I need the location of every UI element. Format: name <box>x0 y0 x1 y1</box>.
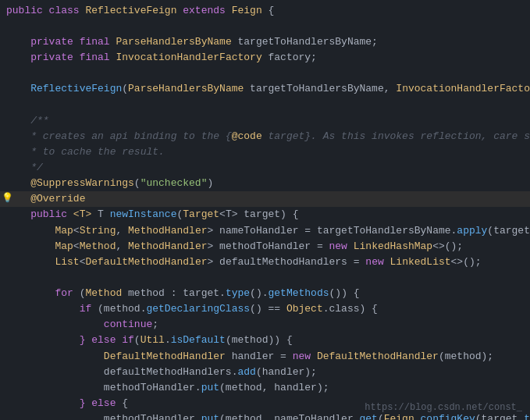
token: class <box>49 5 86 16</box>
token <box>6 334 80 346</box>
token: ( <box>122 83 128 94</box>
code-line: 💡 @Override <box>0 191 530 207</box>
token: @code <box>232 130 262 142</box>
token <box>6 115 30 126</box>
token <box>6 351 104 362</box>
code-line: if (method.getDeclaringClass() == Object… <box>0 301 530 317</box>
token <box>6 146 30 158</box>
code-editor: public class ReflectiveFeign extends Fei… <box>0 0 530 420</box>
token: isDefault <box>171 334 226 346</box>
token: (method. <box>98 303 146 315</box>
bulb-icon[interactable]: 💡 <box>2 191 13 206</box>
token: (method, handler); <box>219 382 329 393</box>
line-content: ReflectiveFeign(ParseHandlersByName targ… <box>6 81 530 97</box>
line-content: public <T> T newInstance(Target<T> targe… <box>6 207 299 222</box>
line-content: Map<String, MethodHandler> nameToHandler… <box>6 223 530 239</box>
token: targetToHandlersByName; <box>237 36 377 48</box>
token: (method, nameToHandler. <box>219 413 359 420</box>
token: < <box>73 225 80 237</box>
code-line <box>0 19 530 34</box>
token: factory; <box>269 52 317 63</box>
token: type <box>226 287 250 299</box>
token: put <box>201 413 219 420</box>
line-content: defaultMethodHandlers.add(handler); <box>6 365 317 380</box>
token: defaultMethodHandlers. <box>104 366 238 378</box>
token: /** <box>30 115 48 126</box>
line-content: } else if(Util.isDefault(method)) { <box>6 333 293 348</box>
token: Feign <box>232 5 269 16</box>
token: > nameToHandler = targetToHandlersByName… <box>207 225 457 237</box>
token: methodToHandler. <box>104 413 201 420</box>
token: ParseHandlersByName <box>116 36 237 48</box>
token: Util <box>141 334 165 346</box>
token: new <box>293 351 317 362</box>
token: ()) { <box>329 287 360 299</box>
token: <>(); <box>432 240 463 252</box>
token: DefaultMethodHandler <box>317 351 439 362</box>
token: (method); <box>439 351 493 362</box>
token: Map <box>55 240 73 252</box>
code-line: Map<Method, MethodHandler> methodToHandl… <box>0 239 530 254</box>
token: ReflectiveFeign <box>30 83 122 94</box>
token: { <box>122 397 128 409</box>
token: put <box>201 382 219 393</box>
line-content: Map<Method, MethodHandler> methodToHandl… <box>6 239 463 254</box>
token: private <box>30 36 79 48</box>
token <box>6 366 104 378</box>
code-line: Map<String, MethodHandler> nameToHandler… <box>0 223 530 239</box>
token: .class) { <box>323 303 378 315</box>
token: MethodHandler <box>128 240 207 252</box>
token: > defaultMethodHandlers = <box>207 256 365 268</box>
token <box>6 52 30 63</box>
token: , <box>116 225 128 237</box>
code-line: * to cache the result. <box>0 144 530 160</box>
token: Method <box>80 240 116 252</box>
token: type <box>524 413 530 420</box>
code-line: continue; <box>0 317 530 333</box>
token: methodToHandler. <box>104 382 201 393</box>
code-line: } else if(Util.isDefault(method)) { <box>0 333 530 348</box>
code-line: */ <box>0 160 530 176</box>
code-line: public class ReflectiveFeign extends Fei… <box>0 3 530 19</box>
token: add <box>237 366 255 378</box>
token: < <box>73 240 80 252</box>
token: new <box>365 256 389 268</box>
token <box>6 303 80 315</box>
token: Map <box>55 225 73 237</box>
token: ( <box>134 334 141 346</box>
token: final <box>80 36 116 48</box>
token <box>6 36 30 48</box>
token: targetToHandlersByName, <box>250 83 396 94</box>
line-content: @Override <box>6 191 85 207</box>
code-line <box>0 66 530 81</box>
token: handler = <box>232 351 293 362</box>
token <box>6 177 30 189</box>
line-content: methodToHandler.put(method, handler); <box>6 380 329 396</box>
token <box>6 287 55 299</box>
token: newInstance <box>110 208 177 220</box>
token: MethodHandler <box>128 225 207 237</box>
token: private <box>30 52 79 63</box>
token: T <box>98 208 110 220</box>
token: Method <box>85 287 128 299</box>
token: InvocationHandlerFactory <box>116 52 268 63</box>
code-line: methodToHandler.put(method, handler); <box>0 380 530 396</box>
code-line <box>0 98 530 113</box>
token: () == <box>250 303 286 315</box>
code-line: @SuppressWarnings("unchecked") <box>0 176 530 191</box>
token: . <box>165 334 171 346</box>
line-content: @SuppressWarnings("unchecked") <box>6 176 213 191</box>
line-content: * to cache the result. <box>6 144 165 160</box>
token: public <box>6 5 49 16</box>
line-content: for (Method method : target.type().getMe… <box>6 286 360 301</box>
token: for <box>55 287 79 299</box>
code-line: private final ParseHandlersByName target… <box>0 34 530 50</box>
line-content: } else { <box>6 396 128 411</box>
token: */ <box>30 162 43 173</box>
token <box>6 382 104 393</box>
token: * creates an api binding to the { <box>30 130 231 142</box>
token <box>6 162 30 173</box>
token <box>6 413 104 420</box>
token: apply <box>457 225 487 237</box>
code-line: private final InvocationHandlerFactory f… <box>0 50 530 66</box>
